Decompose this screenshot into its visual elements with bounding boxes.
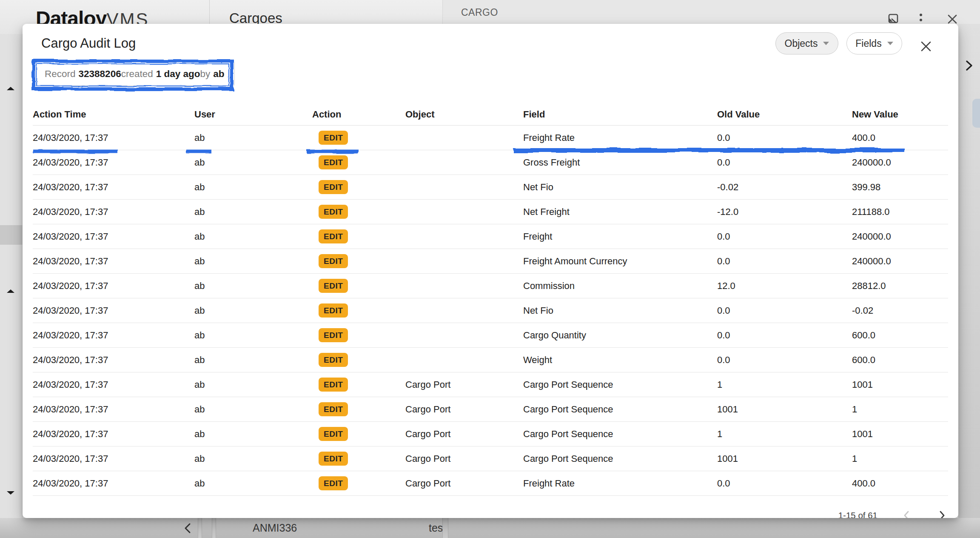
edit-action-badge: EDIT	[319, 476, 348, 490]
col-header-new-value: New Value	[852, 109, 948, 120]
edit-action-badge: EDIT	[319, 155, 348, 169]
cell-old-value: -12.0	[717, 206, 852, 217]
col-header-action-time: Action Time	[33, 109, 194, 120]
table-row: 24/03/2020, 17:37 ab EDIT Cargo Port Car…	[33, 397, 948, 422]
collapse-left-chevron-icon[interactable]	[182, 522, 194, 536]
cell-old-value: 12.0	[717, 280, 852, 292]
fields-filter-button[interactable]: Fields	[846, 32, 902, 54]
cell-user: ab	[194, 132, 312, 143]
edit-action-badge: EDIT	[319, 452, 348, 466]
col-header-object: Object	[405, 109, 523, 120]
scroll-up-icon[interactable]	[7, 289, 14, 293]
pagination-next-icon[interactable]	[936, 510, 947, 518]
cell-old-value: -0.02	[717, 182, 852, 193]
edit-action-badge: EDIT	[319, 427, 348, 441]
table-row: 24/03/2020, 17:37 ab EDIT Cargo Port Car…	[33, 446, 948, 471]
col-header-field: Field	[523, 109, 717, 120]
cell-user: ab	[194, 256, 312, 267]
cell-old-value: 1001	[717, 404, 852, 415]
record-id: 32388206	[79, 69, 121, 80]
cell-old-value: 0.0	[717, 355, 852, 366]
cell-user: ab	[194, 280, 312, 292]
record-info-banner: Record 32388206 created 1 day ago by ab	[34, 62, 235, 86]
objects-filter-label: Objects	[785, 38, 818, 49]
cell-action-time: 24/03/2020, 17:37	[33, 330, 194, 341]
cell-user: ab	[194, 429, 312, 440]
cell-new-value: 1	[852, 453, 948, 464]
edit-action-badge: EDIT	[319, 303, 348, 318]
cargo-panel-title: CARGO	[461, 7, 498, 18]
edit-action-badge: EDIT	[319, 205, 348, 219]
cell-user: ab	[194, 379, 312, 390]
edit-action-badge: EDIT	[319, 378, 348, 392]
scroll-up-icon[interactable]	[7, 87, 14, 90]
edit-action-badge: EDIT	[319, 402, 348, 416]
cell-object: Cargo Port	[405, 453, 523, 464]
cell-field: Net Freight	[523, 206, 717, 217]
left-scroll-gutter	[0, 34, 23, 538]
created-time: 1 day ago	[156, 69, 200, 80]
scroll-down-icon[interactable]	[7, 491, 14, 495]
background-scroll-thumb[interactable]	[972, 99, 980, 128]
cell-action-time: 24/03/2020, 17:37	[33, 305, 194, 316]
cell-action-time: 24/03/2020, 17:37	[33, 206, 194, 217]
pagination-range-label: 1-15 of 61	[838, 510, 877, 518]
cell-old-value: 0.0	[717, 132, 852, 143]
cell-user: ab	[194, 355, 312, 366]
edit-action-badge: EDIT	[319, 254, 348, 268]
col-header-old-value: Old Value	[717, 109, 852, 120]
table-row: 24/03/2020, 17:37 ab EDIT Net Freight -1…	[33, 200, 948, 224]
expand-right-chevron-icon[interactable]	[962, 59, 976, 74]
dialog-close-icon[interactable]	[917, 38, 934, 55]
table-row: 24/03/2020, 17:37 ab EDIT Freight Amount…	[33, 249, 948, 274]
cell-new-value: 600.0	[852, 330, 948, 341]
table-row: 24/03/2020, 17:37 ab EDIT Net Fio -0.02 …	[33, 175, 948, 200]
cell-old-value: 1	[717, 429, 852, 440]
cell-action-time: 24/03/2020, 17:37	[33, 429, 194, 440]
cell-new-value: 1001	[852, 429, 948, 440]
cell-new-value: 400.0	[852, 478, 948, 489]
cell-action-time: 24/03/2020, 17:37	[33, 478, 194, 489]
cell-object: Cargo Port	[405, 379, 523, 390]
background-bottom-row: ANMI336 tes	[0, 518, 980, 538]
cell-new-value: 240000.0	[852, 231, 948, 242]
page: DataloyVMS Cargoes CARGO	[0, 0, 980, 538]
col-header-user: User	[194, 109, 312, 120]
column-divider	[198, 518, 202, 538]
cell-field: Cargo Quantity	[523, 330, 717, 341]
cell-field: Commission	[523, 280, 717, 292]
table-row: 24/03/2020, 17:37 ab EDIT Freight Rate 0…	[33, 126, 948, 150]
objects-filter-button[interactable]: Objects	[775, 32, 838, 54]
table-row: 24/03/2020, 17:37 ab EDIT Net Fio 0.0 -0…	[33, 298, 948, 323]
cell-user: ab	[194, 330, 312, 341]
cell-new-value: 1	[852, 404, 948, 415]
cell-action-time: 24/03/2020, 17:37	[33, 256, 194, 267]
edit-action-badge: EDIT	[319, 279, 348, 293]
cell-field: Freight Rate	[523, 478, 717, 489]
edit-action-badge: EDIT	[319, 180, 348, 194]
cell-object: Cargo Port	[405, 429, 523, 440]
cell-field: Cargo Port Sequence	[523, 379, 717, 390]
cell-field: Net Fio	[523, 305, 717, 316]
col-header-action: Action	[312, 109, 405, 120]
cell-user: ab	[194, 157, 312, 168]
chevron-down-icon	[887, 42, 893, 45]
cargo-audit-log-dialog: Cargo Audit Log Objects Fields Record 32…	[23, 24, 958, 518]
cell-action-time: 24/03/2020, 17:37	[33, 157, 194, 168]
background-cell-text: tes	[429, 522, 443, 534]
pagination-prev-icon[interactable]	[901, 510, 912, 518]
column-divider	[212, 518, 216, 538]
edit-action-badge: EDIT	[319, 229, 348, 243]
edit-action-badge: EDIT	[319, 131, 348, 145]
cell-field: Freight	[523, 231, 717, 242]
cell-action-time: 24/03/2020, 17:37	[33, 231, 194, 242]
record-label: Record	[45, 69, 76, 80]
table-row: 24/03/2020, 17:37 ab EDIT Cargo Port Fre…	[33, 471, 948, 496]
cell-new-value: 600.0	[852, 355, 948, 366]
cell-field: Net Fio	[523, 182, 717, 193]
cell-object: Cargo Port	[405, 478, 523, 489]
cell-new-value: 1001	[852, 379, 948, 390]
table-row: 24/03/2020, 17:37 ab EDIT Cargo Port Car…	[33, 422, 948, 446]
cell-action-time: 24/03/2020, 17:37	[33, 132, 194, 143]
cell-user: ab	[194, 231, 312, 242]
